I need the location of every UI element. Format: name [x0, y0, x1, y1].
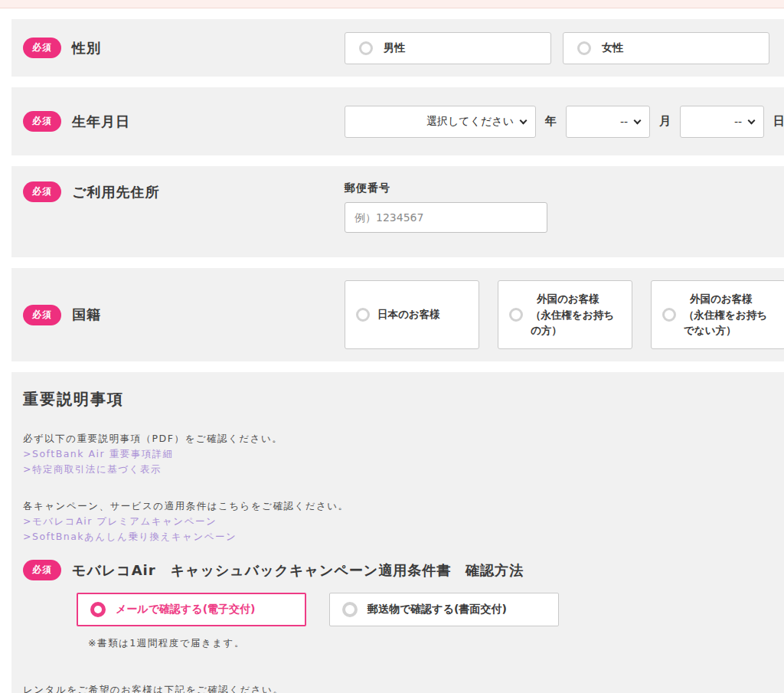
- chevron-down-icon: [748, 116, 756, 124]
- important-para-campaign: 各キャンペーン、サービスの適用条件はこちらをご確認ください。: [23, 499, 769, 514]
- nationality-option-foreign-nopr-label: 外国のお客様 （永住権をお持ち でない方）: [684, 291, 767, 339]
- radio-icon[interactable]: [577, 41, 591, 55]
- nationality-options: 日本のお客様 外国のお客様 （永住権をお持ち の方） 外国のお客様 （永住権をお…: [345, 280, 784, 349]
- form-content: 必須 性別 男性 女性 必須 生年月日 選択してください 年: [11, 19, 784, 693]
- important-para-pdf: 必ず以下の重要説明事項（PDF）をご確認ください。: [23, 431, 769, 446]
- chevron-down-icon: [520, 116, 528, 124]
- nationality-label: 国籍: [72, 306, 101, 324]
- radio-icon[interactable]: [356, 308, 370, 322]
- address-left: 必須 ご利用先住所: [23, 181, 345, 202]
- radio-icon[interactable]: [509, 308, 523, 322]
- top-banner: [0, 0, 784, 8]
- cashback-confirm-heading-row: 必須 モバレコAir キャッシュバックキャンペーン適用条件書 確認方法: [23, 560, 769, 580]
- rental-para: レンタルをご希望のお客様は下記をご確認ください。: [23, 682, 769, 693]
- gender-option-female[interactable]: 女性: [563, 32, 769, 64]
- birth-year-value: 選択してください: [426, 115, 514, 129]
- required-badge: 必須: [23, 111, 61, 132]
- birth-month-select[interactable]: --: [566, 106, 650, 138]
- birth-year-select[interactable]: 選択してください: [345, 106, 536, 138]
- confirm-option-mail-label: 郵送物で確認する(書面交付): [368, 603, 507, 616]
- link-softbank-air-details[interactable]: >SoftBank Air 重要事項詳細: [23, 446, 769, 462]
- section-address: 必須 ご利用先住所 郵便番号: [11, 166, 784, 257]
- postal-code-input[interactable]: [345, 202, 547, 233]
- nationality-option-foreign-nopr[interactable]: 外国のお客様 （永住権をお持ち でない方）: [651, 280, 784, 349]
- required-badge: 必須: [23, 181, 61, 202]
- gender-label: 性別: [72, 39, 101, 57]
- confirm-option-mail[interactable]: 郵送物で確認する(書面交付): [329, 593, 559, 626]
- gender-options: 男性 女性: [345, 32, 769, 64]
- nationality-option-japan-label: 日本のお客様: [377, 308, 440, 322]
- nationality-option-japan[interactable]: 日本のお客様: [345, 280, 479, 349]
- cashback-confirm-heading: モバレコAir キャッシュバックキャンペーン適用条件書 確認方法: [72, 561, 524, 580]
- address-label: ご利用先住所: [72, 183, 159, 201]
- postal-code-label: 郵便番号: [345, 181, 547, 195]
- link-mobareco-premium-campaign[interactable]: >モバレコAir プレミアムキャンペーン: [23, 514, 769, 529]
- required-badge: 必須: [23, 38, 61, 58]
- month-unit-label: 月: [659, 114, 671, 129]
- confirm-delivery-note: ※書類は1週間程度で届きます。: [88, 637, 769, 650]
- section-gender: 必須 性別 男性 女性: [11, 19, 784, 77]
- section-birthday: 必須 生年月日 選択してください 年 -- 月 -- 日: [11, 87, 784, 155]
- link-commercial-transactions[interactable]: >特定商取引法に基づく表示: [23, 462, 769, 477]
- required-badge: 必須: [23, 305, 61, 325]
- birth-day-select[interactable]: --: [680, 106, 764, 138]
- gender-option-female-label: 女性: [602, 41, 623, 55]
- radio-icon[interactable]: [359, 41, 373, 55]
- nationality-option-foreign-pr[interactable]: 外国のお客様 （永住権をお持ち の方）: [498, 280, 632, 349]
- important-notes-heading: 重要説明事項: [23, 389, 769, 410]
- section-important-notes: 重要説明事項 必ず以下の重要説明事項（PDF）をご確認ください。 >SoftBa…: [11, 372, 784, 693]
- nationality-option-foreign-pr-label: 外国のお客様 （永住権をお持ち の方）: [531, 291, 614, 339]
- chevron-down-icon: [634, 116, 642, 124]
- section-nationality: 必須 国籍 日本のお客様 外国のお客様 （永住権をお持ち の方） 外国のお客様: [11, 268, 784, 361]
- nationality-left: 必須 国籍: [23, 305, 345, 325]
- confirm-option-email-label: メールで確認する(電子交付): [116, 603, 255, 616]
- gender-option-male[interactable]: 男性: [345, 32, 551, 64]
- gender-option-male-label: 男性: [384, 41, 405, 55]
- confirm-method-options: メールで確認する(電子交付) 郵送物で確認する(書面交付): [77, 593, 769, 626]
- radio-icon[interactable]: [342, 602, 358, 617]
- link-anshin-norikae-campaign[interactable]: >SoftBnakあんしん乗り換えキャンペーン: [23, 529, 769, 544]
- birth-month-value: --: [620, 116, 628, 128]
- confirm-option-email[interactable]: メールで確認する(電子交付): [77, 593, 306, 626]
- year-unit-label: 年: [545, 114, 557, 129]
- postal-group: 郵便番号: [345, 181, 547, 233]
- radio-icon[interactable]: [662, 308, 676, 322]
- radio-selected-icon[interactable]: [90, 602, 106, 617]
- birth-day-value: --: [734, 116, 742, 128]
- birthday-left: 必須 生年月日: [23, 111, 345, 132]
- gender-left: 必須 性別: [23, 38, 345, 58]
- birthday-controls: 選択してください 年 -- 月 -- 日: [345, 106, 784, 138]
- birthday-label: 生年月日: [72, 113, 130, 131]
- day-unit-label: 日: [773, 114, 784, 129]
- required-badge: 必須: [23, 560, 61, 580]
